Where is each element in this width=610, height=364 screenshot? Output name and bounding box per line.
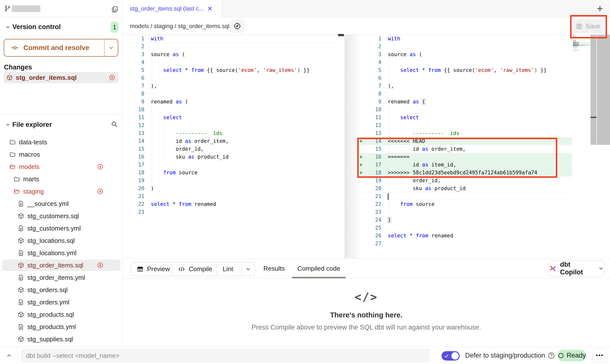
code-line-16[interactable]: +16=======	[358, 153, 572, 161]
code-line-18[interactable]: 18 from source	[122, 169, 338, 177]
code-line-25[interactable]: 25	[358, 224, 572, 232]
code-line-10[interactable]: 10	[358, 106, 572, 114]
changed-file-row[interactable]: stg_order_items.sql	[4, 72, 118, 83]
file-tree-item-models[interactable]: models	[0, 161, 122, 173]
file-explorer-collapse-icon[interactable]	[5, 122, 11, 128]
code-line-13[interactable]: 13 ---------- ids	[122, 129, 338, 137]
file-tree-item-stg-orders-sql[interactable]: stg_orders.sql	[0, 284, 122, 296]
search-icon[interactable]	[111, 120, 118, 128]
code-line-10[interactable]: 10	[122, 106, 338, 114]
code-line-5[interactable]: 5 select * from {{ source('ecom', 'raw_i…	[122, 66, 338, 74]
status-ready-badge[interactable]: Ready	[557, 350, 586, 361]
file-tree-item-data-tests[interactable]: data-tests	[0, 136, 122, 148]
discard-change-icon[interactable]	[109, 74, 115, 81]
file-tree-item-stg-supplies-sql[interactable]: stg_supplies.sql	[0, 333, 122, 345]
code-line-24[interactable]: 24)	[358, 216, 572, 224]
code-line-13[interactable]: 13 ---------- ids	[358, 129, 572, 137]
code-line-4[interactable]: 4	[122, 58, 338, 66]
code-line-22[interactable]: 22select * from renamed	[122, 200, 338, 208]
version-control-collapse-icon[interactable]	[5, 24, 11, 30]
code-line-12[interactable]: 12	[122, 121, 338, 129]
tab-compiled-code[interactable]: Compiled code	[292, 258, 346, 279]
code-line-14[interactable]: 14 id as order_item,	[122, 137, 338, 145]
file-tree-item-stg-locations-yml[interactable]: stg_locations.yml	[0, 247, 122, 259]
code-line-19[interactable]: 19	[122, 177, 338, 184]
lint-button-label[interactable]: Lint	[216, 262, 238, 276]
file-tree-item-stg-products-sql[interactable]: stg_products.sql	[0, 308, 122, 321]
compile-button[interactable]: Compile	[172, 262, 218, 276]
code-line-5[interactable]: 5 select * from {{ source('ecom', 'raw_i…	[358, 66, 572, 74]
lint-dropdown-button[interactable]	[241, 262, 255, 276]
code-line-15[interactable]: 15 order_id,	[122, 145, 338, 153]
code-line-6[interactable]: 6	[358, 74, 572, 82]
dbt-command-input[interactable]: dbt build --select <model_name>	[21, 348, 430, 363]
tab-close-icon[interactable]: ✕	[207, 5, 213, 13]
discard-change-icon[interactable]	[97, 188, 103, 195]
code-line-4[interactable]: 4	[358, 58, 572, 66]
code-line-6[interactable]: 6	[122, 74, 338, 82]
save-button[interactable]: Save	[573, 19, 603, 33]
file-tree-item--sources-yml[interactable]: __sources.yml	[0, 198, 122, 210]
code-line-26[interactable]: 26select * from renamed	[358, 232, 572, 240]
file-tree-item-macros[interactable]: macros	[0, 148, 122, 161]
code-line-8[interactable]: 8	[122, 90, 338, 98]
code-line-17[interactable]: +17 id as item_id,	[358, 161, 572, 169]
editor-pane-right[interactable]: 1with23source as (45 select * from {{ so…	[358, 35, 572, 248]
file-tree-item-stg-customers-sql[interactable]: stg_customers.sql	[0, 210, 122, 222]
code-line-8[interactable]: 8	[358, 90, 572, 98]
code-line-21[interactable]: 21	[358, 192, 572, 200]
code-line-7[interactable]: 7),	[358, 82, 572, 90]
code-line-15[interactable]: 15 id as order_item,	[358, 145, 572, 153]
file-tree-item-staging[interactable]: staging	[0, 185, 122, 198]
lint-button[interactable]: Lint	[216, 262, 255, 276]
left-scrollbar-thumb[interactable]	[338, 34, 344, 36]
code-line-18[interactable]: +18>>>>>>> 58c1dd23d5eebd9cd2495fa7124ab…	[358, 169, 572, 177]
tab-results[interactable]: Results	[256, 258, 292, 279]
code-line-11[interactable]: 11 select	[358, 114, 572, 121]
code-line-20[interactable]: 20)	[122, 184, 338, 192]
help-icon[interactable]	[547, 352, 555, 360]
minimap-scrollbar-track[interactable]	[591, 35, 596, 145]
code-line-20[interactable]: 20 sku as product_id	[358, 184, 572, 192]
more-options-button[interactable]: •••	[593, 348, 607, 363]
code-line-2[interactable]: 2	[122, 43, 338, 50]
new-tab-button[interactable]: +	[597, 2, 603, 15]
minimap[interactable]	[573, 35, 590, 51]
copy-icon[interactable]	[111, 5, 119, 13]
code-line-7[interactable]: 7),	[122, 82, 338, 90]
discard-change-icon[interactable]	[97, 262, 103, 268]
code-line-23[interactable]: 23	[122, 208, 338, 216]
commit-dropdown-button[interactable]	[104, 39, 118, 56]
code-line-23[interactable]: 23	[358, 208, 572, 216]
file-tree-item-marts[interactable]: marts	[0, 173, 122, 185]
code-line-11[interactable]: 11 select	[122, 114, 338, 121]
file-tree-item-stg-products-yml[interactable]: stg_products.yml	[0, 321, 122, 333]
file-tree-item-stg-order-items-yml[interactable]: stg_order_items.yml	[0, 271, 122, 284]
editor-pane-left[interactable]: 1with23source as (45 select * from {{ so…	[122, 35, 338, 216]
code-line-9[interactable]: 9renamed as (	[122, 98, 338, 106]
tab-stg-order-items[interactable]: stg_order_items.sql (last c... ✕	[122, 0, 222, 17]
code-line-3[interactable]: 3source as (	[358, 50, 572, 58]
window-scrollbar-track[interactable]	[597, 35, 610, 145]
code-line-17[interactable]: 17	[122, 161, 338, 169]
code-line-1[interactable]: 1with	[122, 35, 338, 43]
compass-button[interactable]	[230, 19, 245, 33]
file-tree-item-stg-order-items-sql[interactable]: stg_order_items.sql	[0, 259, 122, 271]
code-line-14[interactable]: +14<<<<<<< HEAD	[358, 137, 572, 145]
defer-toggle[interactable]	[441, 351, 460, 361]
commit-and-resolve-button[interactable]: Commit and resolve	[4, 39, 118, 57]
dbt-copilot-button[interactable]: dbt Copilot	[549, 261, 604, 276]
code-line-9[interactable]: 9renamed as (	[358, 98, 572, 106]
code-line-19[interactable]: 19 order_id,	[358, 177, 572, 184]
file-tree-item-stg-customers-yml[interactable]: stg_customers.yml	[0, 222, 122, 234]
code-line-22[interactable]: 22 from source	[358, 200, 572, 208]
code-line-27[interactable]: 27	[358, 240, 572, 248]
code-line-3[interactable]: 3source as (	[122, 50, 338, 58]
code-line-2[interactable]: 2	[358, 43, 572, 50]
discard-change-icon[interactable]	[97, 164, 103, 170]
file-tree-item-stg-orders-yml[interactable]: stg_orders.yml	[0, 296, 122, 308]
code-line-16[interactable]: 16 sku as product_id	[122, 153, 338, 161]
file-tree-item-stg-locations-sql[interactable]: stg_locations.sql	[0, 234, 122, 247]
chevron-up-icon[interactable]	[6, 352, 12, 359]
code-line-21[interactable]: 21	[122, 192, 338, 200]
